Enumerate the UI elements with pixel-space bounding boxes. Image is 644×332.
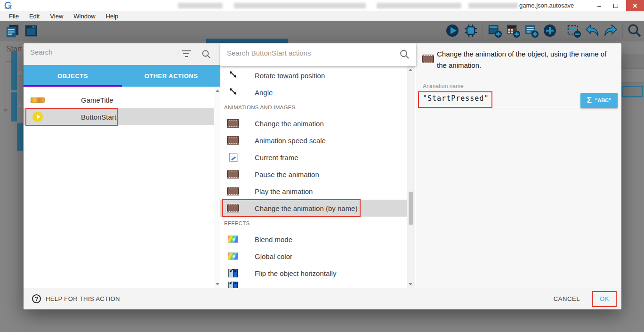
menu-file[interactable]: File bbox=[4, 13, 24, 20]
bg-row-divider bbox=[621, 97, 644, 97]
scroll-up-icon[interactable] bbox=[409, 69, 412, 71]
toolbar-left-group bbox=[5, 24, 39, 39]
dialog-footer: ? HELP FOR THIS ACTION CANCEL OK bbox=[24, 288, 621, 309]
scroll-up-icon[interactable] bbox=[216, 89, 219, 92]
action-parameters-panel: Change the animation of the object, usin… bbox=[416, 43, 621, 288]
undo-icon[interactable] bbox=[585, 23, 600, 38]
objects-search-input[interactable] bbox=[30, 48, 171, 56]
add-object-icon[interactable] bbox=[542, 23, 557, 38]
redacted-title-text bbox=[178, 3, 223, 8]
action-row-global-color[interactable]: Global color bbox=[220, 248, 407, 265]
redo-icon[interactable] bbox=[603, 23, 618, 38]
menu-view[interactable]: View bbox=[45, 13, 68, 20]
cancel-button[interactable]: CANCEL bbox=[548, 291, 586, 307]
object-row-buttonstart[interactable]: ButtonStart bbox=[24, 108, 215, 125]
animation-name-input[interactable] bbox=[423, 94, 564, 103]
event-tree-line bbox=[6, 61, 6, 109]
delete-instance-icon[interactable] bbox=[566, 23, 581, 38]
actions-scrollbar[interactable] bbox=[407, 66, 415, 288]
action-row-change-the-animation[interactable]: Change the animation bbox=[220, 115, 407, 132]
objects-tabs: OBJECTSOTHER ACTIONS bbox=[24, 65, 220, 87]
close-button[interactable]: ✕ bbox=[626, 0, 644, 11]
color-blend-icon bbox=[228, 252, 238, 260]
event-bar bbox=[17, 123, 23, 151]
input-underline bbox=[423, 108, 574, 108]
gdevelop-logo-icon bbox=[4, 1, 12, 11]
help-icon: ? bbox=[32, 294, 41, 303]
scroll-down-icon[interactable] bbox=[216, 283, 219, 285]
action-label: Current frame bbox=[255, 154, 298, 162]
actions-search-input[interactable] bbox=[227, 49, 382, 57]
menu-help[interactable]: Help bbox=[101, 13, 124, 20]
action-row-pause-the-animation[interactable]: Pause the animation bbox=[220, 166, 407, 183]
tab-other-actions[interactable]: OTHER ACTIONS bbox=[122, 65, 220, 87]
action-row-rotate-toward-position[interactable]: Rotate toward position bbox=[220, 67, 407, 84]
action-label: Angle bbox=[255, 89, 273, 97]
object-label: ButtonStart bbox=[81, 113, 116, 121]
bg-event-row bbox=[621, 54, 644, 68]
filter-icon[interactable] bbox=[182, 50, 191, 58]
restore-button[interactable] bbox=[608, 0, 623, 11]
action-label: Change the animation (by name) bbox=[255, 204, 357, 212]
redacted-title-text bbox=[234, 3, 366, 8]
action-row-animation-speed-scale[interactable]: Animation speed scale bbox=[220, 132, 407, 149]
add-external-layout-icon[interactable] bbox=[524, 23, 539, 38]
event-bar bbox=[11, 51, 17, 90]
add-external-events-icon[interactable] bbox=[506, 23, 521, 38]
scene-editor-window-icon[interactable] bbox=[24, 24, 39, 39]
action-row-partial[interactable] bbox=[220, 282, 407, 288]
objects-scrollbar[interactable] bbox=[214, 87, 220, 288]
annotation-box-ok: OK bbox=[592, 291, 617, 307]
action-row-angle[interactable]: Angle bbox=[220, 84, 407, 101]
menu-window[interactable]: Window bbox=[68, 13, 100, 20]
action-label: Change the animation bbox=[255, 120, 324, 128]
menu-edit[interactable]: Edit bbox=[24, 13, 45, 20]
film-strip-icon bbox=[227, 170, 239, 178]
scrollbar-thumb[interactable] bbox=[409, 192, 413, 225]
minimize-button[interactable]: – bbox=[591, 0, 607, 11]
project-manager-icon[interactable] bbox=[5, 24, 20, 39]
action-row-current-frame[interactable]: Current frame bbox=[220, 149, 407, 166]
tab-objects[interactable]: OBJECTS bbox=[24, 65, 122, 87]
ok-button[interactable]: OK bbox=[600, 295, 609, 302]
event-tree-line bbox=[6, 61, 11, 62]
bg-row-divider bbox=[621, 82, 644, 83]
menu-bar: FileEditViewWindowHelp bbox=[0, 11, 644, 21]
abc-label: "ABC" bbox=[595, 97, 611, 103]
object-label: GameTitle bbox=[81, 96, 113, 104]
bg-row-divider bbox=[621, 68, 644, 69]
action-row-flip-the-object-horizontally[interactable]: Flip the object horizontally bbox=[220, 265, 407, 282]
objects-list: GameTitleButtonStart bbox=[24, 87, 215, 288]
event-text-fragment: A bbox=[18, 102, 22, 108]
flip-horizontal-icon bbox=[228, 282, 238, 288]
action-label: Blend mode bbox=[255, 235, 292, 243]
debug-icon[interactable] bbox=[463, 23, 478, 38]
flip-horizontal-icon bbox=[228, 269, 238, 277]
scroll-down-icon[interactable] bbox=[409, 283, 412, 285]
help-link[interactable]: ? HELP FOR THIS ACTION bbox=[32, 294, 120, 303]
bg-selected-field-outline bbox=[622, 86, 643, 97]
event-text-fragment: A bbox=[18, 70, 22, 76]
expression-editor-button[interactable]: Σ "ABC" bbox=[580, 93, 618, 108]
scene-tab-indicator bbox=[206, 39, 288, 43]
action-row-play-the-animation[interactable]: Play the animation bbox=[220, 183, 407, 200]
film-strip-icon bbox=[422, 55, 434, 63]
film-strip-icon bbox=[227, 137, 239, 144]
section-header: EFFECTS bbox=[220, 217, 407, 229]
main-toolbar bbox=[0, 21, 644, 41]
bg-row-divider bbox=[621, 54, 644, 54]
objects-search-bar bbox=[24, 43, 220, 65]
sigma-icon: Σ bbox=[587, 96, 592, 105]
action-description: Change the animation of the object, usin… bbox=[437, 49, 617, 71]
add-scene-icon[interactable] bbox=[487, 23, 502, 38]
film-strip-icon bbox=[227, 187, 239, 195]
toolbar-separator bbox=[562, 24, 562, 38]
action-label: Pause the animation bbox=[255, 170, 319, 178]
action-label: Rotate toward position bbox=[255, 72, 325, 80]
search-icon[interactable] bbox=[627, 23, 642, 38]
preview-play-icon[interactable] bbox=[445, 23, 460, 38]
buttonstart-sprite-icon bbox=[32, 112, 43, 122]
action-row-change-the-animation-by-name-[interactable]: Change the animation (by name) bbox=[220, 200, 407, 217]
action-row-blend-mode[interactable]: Blend mode bbox=[220, 231, 407, 248]
object-row-gametitle[interactable]: GameTitle bbox=[24, 91, 215, 108]
